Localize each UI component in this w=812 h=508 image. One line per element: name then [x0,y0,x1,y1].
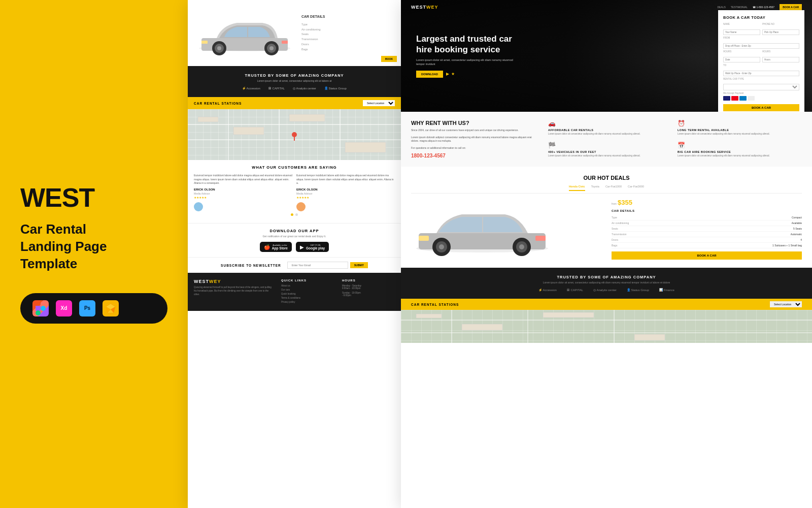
google-play-button[interactable]: ▶ GET IT ON Google play [296,242,329,252]
link-cars[interactable]: Our cars [281,289,334,291]
trusted-logos-right: ⚡ Accession 🏛 CAPITAL ◎ Analytix center … [411,288,802,292]
why-feature-4: 📅 BIG CAR HIRE BOOKING SERVICE Lorem ips… [678,142,802,158]
brand-subtitle: Car RentalLanding PageTemplate [20,221,167,272]
subscribe-title: SUBSCRIBE TO NEWSLETTER [221,264,281,267]
form-from-group: FROM [723,37,799,49]
form-hours-input1[interactable] [723,57,760,62]
deals-tabs: Honda Civic Toyota Car-Fiat1000 Car-Fiat… [411,185,802,194]
stations-title-right: CAR RENTAL STATIONS [411,303,459,306]
why-rent-details: Lorem ipsum dolorah adipisci consectetur… [411,136,538,143]
deals-tab-toyota[interactable]: Toyota [591,185,599,191]
reviewer-stars-2: ★★★★★ [296,196,395,200]
form-hours-2: HOURS [762,50,799,62]
reviewer-role-1: Media Advisor [194,192,292,196]
deals-tab-honda[interactable]: Honda Civic [569,185,585,191]
deals-price: from $355 [612,199,802,206]
hero-title: Largest and trusted car hire booking ser… [416,34,528,55]
form-rental-type-select[interactable] [723,84,799,90]
form-hours-1: HOURS [723,50,760,62]
hero-dl-icons: ▶ ★ [446,72,455,76]
link-privacy[interactable]: Privacy policy [281,301,334,303]
stations-select-left[interactable]: Select Location [363,100,395,106]
testimonials-section: WHAT OUR CUSTOMERS ARE SAYING Euismod te… [188,160,401,223]
subscribe-email-input[interactable] [287,262,348,269]
spec-doors: Doors 4 [612,237,802,243]
testimonial-text-1: Euismod tempor incididunt labore add dol… [194,174,292,185]
why-rent-left: WHY RENT WITH US? Since 2004, car drive … [411,120,538,158]
trusted-subtitle-right: Lorem ipsum dolor sit amet, consectetur … [411,281,802,284]
form-row-hours: HOURS HOURS [723,50,799,62]
hours-title: HOURS [342,279,395,282]
footer-logo: WESTWEY [194,279,273,284]
map-roads-right [401,310,812,343]
nav-book-btn[interactable]: BOOK A CAR [780,4,802,10]
link-booking[interactable]: Quick booking [281,293,334,295]
app-store-name: App Store [272,246,288,250]
logo-r-capital: 🏛 CAPITAL [567,288,583,292]
logo-accession: ⚡ Accession [242,86,260,90]
longterm-text: Lorem ipsum dolor sit consectetur sadips… [678,133,802,136]
deals-book-button[interactable]: BOOK A CAR [612,251,802,260]
logo-status: 👤 Status Group [324,86,347,90]
form-to-label: TO [723,64,799,67]
footer-hours: HOURS Monday - Saturday9:00am - 10:00pm … [342,279,395,305]
visa-icon [723,96,730,101]
hero-section: WESTWEY DEALS TESTIMONIAL ☎ 1-800-123-45… [401,0,812,112]
brand-title: WESTWEY [20,184,167,211]
hero-download-btn[interactable]: DOWNLOAD [416,71,443,78]
deals-tab-fiat1[interactable]: Car-Fiat1000 [605,185,622,191]
why-feature-2: ⏰ LONG TERM RENTAL AVAILABLE Lorem ipsum… [678,120,802,137]
longterm-title: LONG TERM RENTAL AVAILABLE [678,129,802,132]
tool-badges: Xd Ps [20,293,167,324]
map-roads-left [188,109,401,160]
booking-submit-button[interactable]: BOOK A CAR [723,104,799,111]
reviewer-stars-1: ★★★★★ [194,196,292,200]
form-to-group: TO [723,64,799,76]
why-rent-intro: Since 2004, car drive of all our custome… [411,129,538,133]
svg-rect-4 [36,310,41,315]
form-name-group: NAME [723,23,760,35]
logo-r-accession: ⚡ Accession [538,288,557,292]
booking-form-title: BOOK A CAR TODAY [723,15,799,20]
xd-icon: Xd [56,300,72,316]
dot-1[interactable] [291,213,293,216]
map-left [188,109,401,160]
deals-tab-fiat3[interactable]: Car-Fiat3000 [628,185,644,191]
hours-weekday: Monday - Saturday9:00am - 10:00pm [342,284,395,290]
form-hours-label1: HOURS [723,50,760,53]
logo-analytix: ◎ Analytix center [293,86,316,90]
svg-point-41 [519,244,524,249]
nav-deals[interactable]: DEALS [717,6,725,9]
svg-rect-47 [416,314,442,318]
affordable-title: AFFORDABLE CAR RENTALS [548,129,672,132]
car-book-button[interactable]: BOOK [381,56,397,62]
svg-point-38 [439,244,444,249]
testimonial-text-2: Euismod tempor incididunt labore add dol… [296,174,395,185]
logo-r-analytix: ◎ Analytix center [593,288,617,292]
link-terms[interactable]: Terms & conditions [281,297,334,299]
app-store-button[interactable]: 🍎 Available on the App Store [260,242,292,252]
form-hours-input2[interactable] [762,57,799,62]
stations-select-right[interactable]: Select Location [770,301,802,307]
car-details-title: CAR DETAILS [301,14,330,20]
why-rent-features: 🚗 AFFORDABLE CAR RENTALS Lorem ipsum dol… [548,120,802,158]
deals-content: from $355 CAR DETAILS Type Compact Air c… [411,199,802,260]
svg-point-3 [41,306,46,311]
svg-rect-50 [634,334,665,340]
subscribe-submit-button[interactable]: SUBMIT [350,262,368,268]
svg-point-18 [269,46,274,50]
app-store-text: Available on the App Store [272,244,288,250]
nav-testimonial[interactable]: TESTIMONIAL [731,6,748,9]
testimonials-dots [194,211,395,218]
form-from-input[interactable] [723,43,799,49]
form-name-input[interactable] [723,29,760,35]
apple-icon: 🍎 [264,244,270,250]
dot-2[interactable] [295,213,298,216]
link-about[interactable]: About us [281,284,334,287]
hot-deals-section: OUR HOT DEALS Honda Civic Toyota Car-Fia… [401,167,812,268]
form-to-input[interactable] [723,71,799,76]
form-phone-input[interactable] [762,29,799,35]
form-rental-type-group: RENTAL CAR TYPE [723,78,799,90]
quick-links-title: QUICK LINKS [281,279,334,282]
testimonials-grid: Euismod tempor incididunt labore add dol… [194,174,395,211]
